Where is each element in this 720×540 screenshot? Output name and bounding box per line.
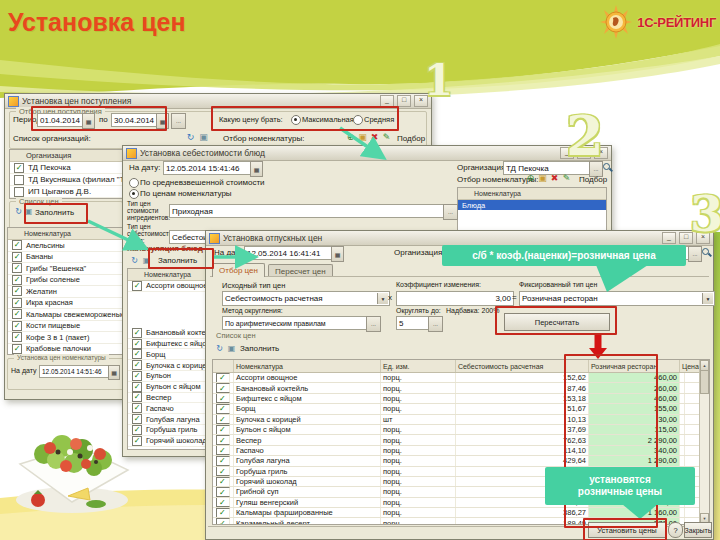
calendar-icon[interactable]: ▦: [156, 113, 169, 129]
calendar-icon[interactable]: ▦: [331, 246, 344, 262]
period-to-input[interactable]: 30.04.2014: [111, 113, 161, 127]
coefficient-input[interactable]: 3,00: [396, 291, 514, 306]
on-date-input[interactable]: 12.05.2014 14:51:46: [39, 365, 113, 378]
refresh-icon[interactable]: ↻: [129, 255, 140, 266]
column-retail-price[interactable]: Розничная ресторан: [589, 360, 680, 372]
row-checkbox[interactable]: ✓: [216, 394, 230, 403]
row-checkbox[interactable]: ✓: [132, 392, 142, 402]
nomenclature-row[interactable]: ✓ Бананы: [8, 252, 124, 264]
row-checkbox[interactable]: [14, 175, 24, 185]
copy-icon[interactable]: ▣: [537, 173, 548, 184]
ellipsis-button[interactable]: ...: [443, 204, 458, 220]
delete-icon[interactable]: ✖: [549, 173, 560, 184]
maximize-button[interactable]: □: [577, 147, 591, 159]
copy-icon[interactable]: ▣: [198, 132, 209, 143]
price-row[interactable]: ✓ Гуляш венгерский порц. 189,66 570,00: [213, 498, 709, 508]
row-checkbox[interactable]: ✓: [132, 436, 142, 446]
price-row[interactable]: ✓ Горячий шоколад порц. 201,79 605,00: [213, 477, 709, 487]
row-checkbox[interactable]: ✓: [132, 403, 142, 413]
row-checkbox[interactable]: ✓: [132, 339, 142, 349]
radio-max-label[interactable]: Максимальная: [302, 115, 354, 124]
chevron-down-icon[interactable]: ▼: [702, 293, 713, 304]
chevron-down-icon[interactable]: ▼: [377, 293, 388, 304]
column-nomenclature[interactable]: Номенклатура: [234, 360, 381, 372]
row-checkbox[interactable]: ✓: [12, 275, 22, 285]
row-checkbox[interactable]: ✓: [216, 415, 230, 424]
close-window-button[interactable]: Закрыть: [684, 522, 712, 538]
nomenclature-row[interactable]: ✓ Кости пищевые: [8, 321, 124, 333]
fixed-price-type-select[interactable]: Розничная ресторан ▼: [519, 291, 715, 306]
row-checkbox[interactable]: ✓: [132, 328, 142, 338]
close-button[interactable]: ×: [696, 232, 710, 244]
ellipsis-button[interactable]: ...: [688, 246, 702, 262]
edit-icon[interactable]: ✎: [561, 173, 572, 184]
row-checkbox[interactable]: ✓: [216, 487, 230, 496]
source-price-type-select[interactable]: Себестоимость расчетная ▼: [222, 291, 390, 306]
radio-weighted-label[interactable]: По средневзвешенной стоимости: [140, 178, 265, 187]
organization-input[interactable]: ТД Пекочка: [446, 246, 692, 260]
copy-icon[interactable]: ▣: [23, 206, 34, 217]
price-row[interactable]: ✓ Грибной суп порц. 118,06 355,00: [213, 487, 709, 497]
nomenclature-row[interactable]: ✓ Кальмары свежемороженые: [8, 309, 124, 321]
price-row[interactable]: ✓ Голубая лагуна порц. 429,64 1 290,00: [213, 456, 709, 466]
row-checkbox[interactable]: ✓: [132, 349, 142, 359]
edit-icon[interactable]: ✎: [381, 132, 392, 143]
fill-button[interactable]: Заполнить: [35, 208, 74, 217]
maximize-button[interactable]: □: [679, 232, 693, 244]
delete-icon[interactable]: ✖: [369, 132, 380, 143]
price-row[interactable]: ✓ Горбуша гриль порц. 387,41 1 160,00: [213, 467, 709, 477]
radio-by-item-prices[interactable]: [129, 189, 139, 199]
row-checkbox[interactable]: ✓: [12, 263, 22, 273]
row-checkbox[interactable]: ✓: [132, 371, 142, 381]
column-cost[interactable]: Себестоимость расчетная: [456, 360, 589, 372]
row-checkbox[interactable]: ✓: [132, 360, 142, 370]
add-icon[interactable]: ⊕: [525, 173, 536, 184]
price-row[interactable]: ✓ Веспер порц. 762,63 2 290,00: [213, 435, 709, 445]
calendar-icon[interactable]: ▦: [82, 113, 95, 129]
row-checkbox[interactable]: ✓: [216, 498, 230, 507]
row-checkbox[interactable]: ✓: [12, 309, 22, 319]
row-checkbox[interactable]: ✓: [216, 425, 230, 434]
price-row[interactable]: ✓ Бифштекс с яйцом порц. 153,18 460,00: [213, 394, 709, 404]
price-row[interactable]: ✓ Борщ порц. 51,67 155,00: [213, 404, 709, 414]
row-checkbox[interactable]: ✓: [216, 508, 230, 517]
titlebar[interactable]: Установка отпускных цен _ □ ×: [206, 231, 713, 246]
radio-avg-label[interactable]: Средняя: [364, 115, 394, 124]
round-to-input[interactable]: 5: [396, 316, 432, 330]
row-checkbox[interactable]: ✓: [12, 344, 22, 354]
on-date-input[interactable]: 12.05.2014 15:41:46: [163, 161, 255, 175]
nomenclature-row[interactable]: ✓ Грибы "Вешенка": [8, 263, 124, 275]
minimize-button[interactable]: _: [560, 147, 574, 159]
row-checkbox[interactable]: ✓: [216, 456, 230, 465]
fill-button[interactable]: Заполнить: [240, 344, 279, 353]
minimize-button[interactable]: _: [380, 95, 394, 107]
fill-button[interactable]: Заполнить: [158, 256, 197, 265]
search-icon[interactable]: [603, 162, 612, 173]
row-checkbox[interactable]: ✓: [12, 240, 22, 250]
row-checkbox[interactable]: ✓: [12, 332, 22, 342]
row-checkbox[interactable]: ✓: [12, 321, 22, 331]
row-checkbox[interactable]: ✓: [216, 446, 230, 455]
row-checkbox[interactable]: ✓: [216, 373, 230, 382]
vertical-scrollbar[interactable]: ▲ ▼: [699, 360, 709, 524]
row-checkbox[interactable]: ✓: [216, 435, 230, 444]
organization-input[interactable]: ТД Пекочка: [503, 161, 593, 175]
close-button[interactable]: ×: [414, 95, 428, 107]
maximize-button[interactable]: □: [397, 95, 411, 107]
price-row[interactable]: ✓ Ассорти овощное порц. 152,62 460,00: [213, 373, 709, 383]
row-checkbox[interactable]: [14, 187, 24, 197]
radio-avg-price[interactable]: [353, 115, 363, 125]
nomenclature-row[interactable]: ✓ Грибы соленые: [8, 275, 124, 287]
copy-icon[interactable]: ▣: [357, 132, 368, 143]
ellipsis-button[interactable]: ...: [171, 113, 186, 129]
filter-selected-row[interactable]: Блюда: [458, 200, 606, 210]
pick-button[interactable]: Подбор: [579, 175, 607, 184]
refresh-icon[interactable]: ↻: [214, 343, 225, 354]
row-checkbox[interactable]: ✓: [132, 281, 142, 291]
price-row[interactable]: ✓ Гаспачо порц. 114,10 340,00: [213, 446, 709, 456]
radio-max-price[interactable]: [291, 115, 301, 125]
price-row[interactable]: ✓ Банановый коктейль порц. 87,46 260,00: [213, 383, 709, 393]
copy-icon[interactable]: ▣: [141, 255, 152, 266]
add-icon[interactable]: ⊕: [345, 132, 356, 143]
row-checkbox[interactable]: ✓: [216, 404, 230, 413]
